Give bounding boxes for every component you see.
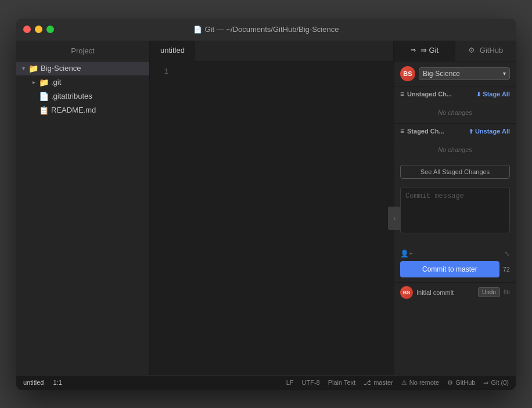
project-section-label: Project [16,41,149,61]
git-folder-icon: 📁 [38,77,49,88]
gitattributes-file-icon: 📄 [38,91,49,102]
statusbar-github[interactable]: ⚙ GitHub [447,379,475,387]
github-tab-icon: ⚙ [468,46,475,55]
window-title: 📄 Git — ~/Documents/GitHub/Big-Science [193,25,339,34]
maximize-button[interactable] [46,26,54,33]
line-numbers: 1 [150,66,173,370]
git-panel: BS Big-Science ▾ ≡ Unstaged Ch... ⬇ Stag… [394,62,516,375]
repo-folder-icon: 📁 [28,63,38,74]
staged-icon: ≡ [400,127,404,135]
statusbar-right: LF UTF-8 Plain Text ⎇ master ⚠ No remote… [286,379,509,387]
sidebar-tab-section: Project [16,41,150,61]
undo-commit-button[interactable]: Undo [478,287,500,297]
editor-tab-section: untitled [150,41,394,61]
unstaged-no-changes: No changes [394,102,516,123]
tree-item-gitattributes[interactable]: 📄 .gitattributes [16,89,149,103]
unstaged-icon: ≡ [400,90,404,98]
statusbar-branch[interactable]: ⎇ master [364,379,393,387]
sidebar: ▾ 📁 Big-Science ▸ 📁 .git 📄 .gitattribute… [16,62,150,375]
statusbar-charset: UTF-8 [302,379,320,387]
git-tab-icon: ⇒ [411,46,416,54]
repo-select[interactable]: Big-Science ▾ [419,67,510,80]
collapse-panel-button[interactable]: ‹ [388,207,401,230]
tree-item-root[interactable]: ▾ 📁 Big-Science [16,62,149,75]
traffic-lights [23,26,54,33]
tabbar: Project untitled ⇒ ⇒ Git ⚙ GitHub [16,41,516,62]
git-tab-section: ⇒ ⇒ Git ⚙ GitHub [394,41,516,61]
tree-item-readme[interactable]: 📋 README.md [16,103,149,117]
commit-toolbar: 👤+ ⤡ [394,248,516,259]
statusbar-syntax: Plain Text [328,379,356,387]
repo-avatar: BS [400,66,415,81]
git-status-icon: ⇒ [483,379,488,387]
expand-arrow-icon: ▾ [19,64,28,73]
tree-item-git[interactable]: ▸ 📁 .git [16,75,149,89]
minimize-button[interactable] [35,26,42,33]
editor-content: 1 [150,62,394,375]
tab-git[interactable]: ⇒ ⇒ Git [394,41,455,61]
expand-arrow-git-icon: ▸ [29,78,38,87]
unstaged-header-left: ≡ Unstaged Ch... [400,90,452,98]
staged-no-changes: No changes [394,139,516,160]
file-icon: 📄 [193,26,202,34]
readme-file-icon: 📋 [38,105,49,115]
staged-header-left: ≡ Staged Ch... [400,127,444,135]
last-commit-avatar: BS [400,286,413,299]
tab-github[interactable]: ⚙ GitHub [455,41,516,61]
statusbar: untitled 1:1 LF UTF-8 Plain Text ⎇ maste… [16,375,516,390]
last-commit-bar: BS Initial commit Undo 6h [394,282,516,302]
stage-all-button[interactable]: ⬇ Stage All [476,91,510,98]
unstage-all-button[interactable]: ⬆ Unstage All [469,128,510,135]
editor[interactable]: 1 ‹ [150,62,394,375]
expand-commit-icon[interactable]: ⤡ [504,250,510,258]
commit-btn-row: Commit to master 72 [394,259,516,282]
close-button[interactable] [23,26,31,33]
statusbar-filename: untitled [23,379,44,386]
unstaged-section-header: ≡ Unstaged Ch... ⬇ Stage All [394,86,516,102]
stage-all-icon: ⬇ [476,91,481,98]
last-commit-message: Initial commit [416,289,475,296]
branch-icon: ⎇ [364,379,371,387]
remote-icon: ⚠ [401,379,407,387]
add-coauthor-icon[interactable]: 👤+ [400,250,413,258]
statusbar-git[interactable]: ⇒ Git (0) [483,379,509,387]
commit-to-master-button[interactable]: Commit to master [400,261,499,277]
statusbar-position: 1:1 [53,379,62,386]
last-commit-time: 6h [504,289,510,295]
statusbar-encoding: LF [286,379,294,387]
app-window: 📄 Git — ~/Documents/GitHub/Big-Science P… [16,19,516,390]
commit-message-area [400,187,510,245]
chevron-down-icon: ▾ [503,70,506,77]
titlebar: 📄 Git — ~/Documents/GitHub/Big-Science [16,19,516,41]
commit-count: 72 [503,266,510,273]
commit-message-input[interactable] [400,187,510,233]
statusbar-remote: ⚠ No remote [401,379,439,387]
staged-section-header: ≡ Staged Ch... ⬆ Unstage All [394,123,516,139]
main-content: ▾ 📁 Big-Science ▸ 📁 .git 📄 .gitattribute… [16,62,516,375]
github-status-icon: ⚙ [447,379,453,387]
git-panel-header: BS Big-Science ▾ [394,62,516,86]
see-staged-button[interactable]: See All Staged Changes [400,165,510,179]
unstage-all-icon: ⬆ [469,128,473,135]
tab-untitled[interactable]: untitled [150,41,195,61]
